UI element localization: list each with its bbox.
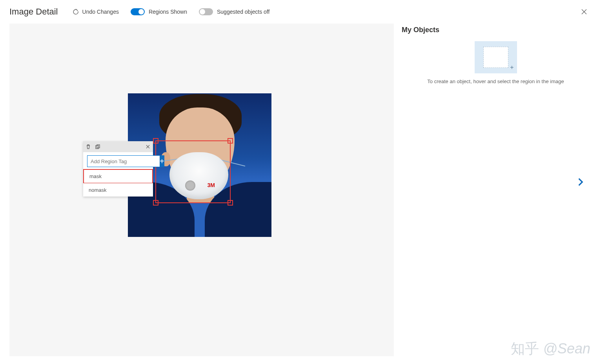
- undo-changes-button[interactable]: Undo Changes: [73, 9, 119, 15]
- create-object-help-text: To create an object, hover and select th…: [402, 78, 590, 85]
- close-popup-button[interactable]: [145, 144, 151, 149]
- undo-icon: [73, 9, 79, 15]
- tag-option-nomask[interactable]: nomask: [83, 183, 153, 197]
- duplicate-region-button[interactable]: [95, 144, 100, 149]
- tag-popup: + mask nomask: [83, 141, 153, 197]
- resize-handle-tl[interactable]: [153, 138, 158, 144]
- plus-icon: +: [160, 157, 164, 165]
- tag-option-mask[interactable]: mask: [83, 169, 153, 184]
- regions-shown-toggle[interactable]: [131, 8, 145, 15]
- regions-shown-label: Regions Shown: [149, 9, 187, 15]
- add-region-tag-input[interactable]: [87, 155, 160, 167]
- resize-handle-tr[interactable]: [228, 138, 233, 144]
- resize-handle-br[interactable]: [228, 200, 233, 206]
- my-objects-title: My Objects: [402, 26, 590, 34]
- delete-region-button[interactable]: [86, 144, 91, 149]
- suggested-objects-toggle[interactable]: [199, 8, 213, 15]
- next-image-button[interactable]: [575, 177, 586, 187]
- region-bounding-box[interactable]: [155, 140, 231, 203]
- page-title: Image Detail: [9, 7, 58, 17]
- resize-handle-bl[interactable]: [153, 200, 158, 206]
- undo-label: Undo Changes: [82, 9, 119, 15]
- close-icon: [580, 8, 588, 17]
- image-canvas[interactable]: 3M: [9, 24, 394, 356]
- chevron-right-icon: [575, 182, 586, 188]
- suggested-objects-label: Suggested objects off: [217, 9, 269, 15]
- create-object-placeholder[interactable]: +: [475, 41, 517, 73]
- close-button[interactable]: [579, 7, 590, 18]
- add-tag-button[interactable]: +: [160, 155, 164, 167]
- watermark: 知乎@Sean: [511, 339, 590, 359]
- plus-icon: +: [510, 64, 513, 71]
